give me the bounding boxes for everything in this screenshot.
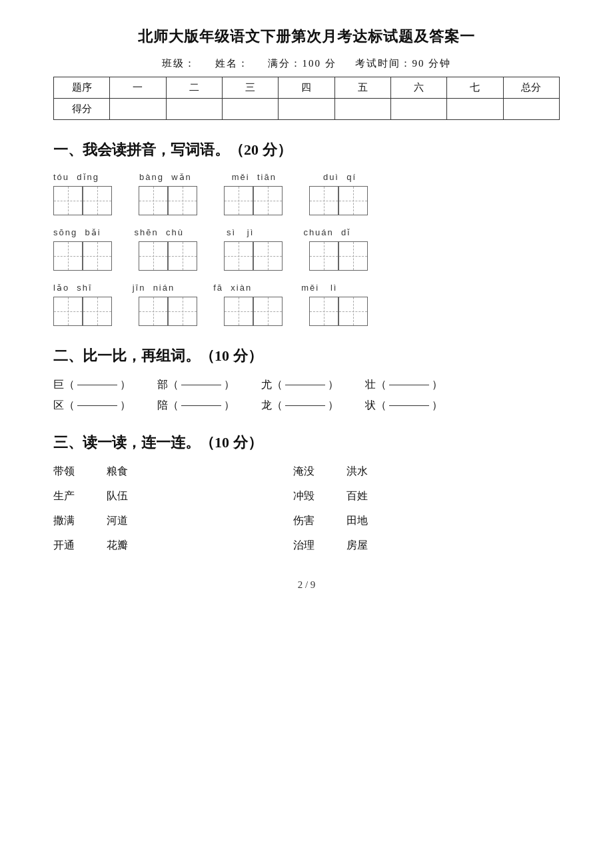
char-box [224,241,253,271]
connect-spacer-1 [160,465,293,479]
char-boxes-2a [53,241,112,271]
char-zhuang: 壮（ [365,378,386,392]
compare-item-1: 巨（） [53,378,131,392]
header-5: 五 [334,77,390,99]
connect-midr-3: 伤害 [293,514,346,528]
pinyin-label-3c: fā xiàn [213,283,252,293]
connect-midr-1: 淹没 [293,465,346,479]
compare-item-3: 尤（） [261,378,338,392]
page-title: 北师大版年级语文下册第次月考达标试题及答案一 [53,27,560,47]
char-box [83,241,112,271]
close-qu: ） [120,399,131,413]
blank-zhuang [389,385,429,385]
header-2: 二 [166,77,222,99]
score-1 [110,99,166,120]
connect-spacer-3 [160,514,293,528]
connect-midl-1: 粮食 [107,465,160,479]
connect-spacer-2 [160,489,293,503]
score-3 [222,99,278,120]
score-table: 题序 一 二 三 四 五 六 七 总分 得分 [53,77,560,120]
connect-right-2: 百姓 [346,489,400,503]
class-label: 班级： [162,58,196,69]
connect-midl-4: 花瓣 [107,539,160,553]
char-box [253,241,283,271]
char-box [139,186,168,215]
char-pei: 陪（ [157,399,179,413]
pinyin-label-2a: sōng bǎi [53,227,101,237]
compare-item-7: 龙（） [261,399,338,413]
pinyin-label-1d: duì qí [323,172,356,182]
char-box [253,297,283,326]
info-row: 班级： 姓名： 满分：100 分 考试时间：90 分钟 [53,57,560,70]
section1: 一、我会读拼音，写词语。（20 分） tóu dǐng bàng wǎn měi… [53,140,560,326]
compare-item-8: 状（） [365,399,442,413]
section1-title: 一、我会读拼音，写词语。（20 分） [53,140,560,160]
connect-midl-2: 队伍 [107,489,160,503]
char-box [53,297,83,326]
blank-bu [181,385,221,385]
score-total [503,99,559,120]
blank-you [285,385,325,385]
pinyin-label-1a: tóu dǐng [53,172,99,182]
char-box [338,241,368,271]
connect-spacer-4 [160,539,293,553]
connect-left-3: 撒满 [53,514,107,528]
close-bu: ） [224,378,235,392]
char-boxes-3d [309,297,368,326]
compare-row-2: 区（） 陪（） 龙（） 状（） [53,399,560,413]
close-zhuang2: ） [432,399,442,413]
score-2 [166,99,222,120]
pinyin-label-3d: měi lì [301,283,337,293]
char-box [53,241,83,271]
connect-right-4: 房屋 [346,539,400,553]
char-box [224,297,253,326]
char-you: 尤（ [261,378,283,392]
row2-label: 得分 [54,99,110,120]
connect-midr-4: 治理 [293,539,346,553]
box-row-3 [53,297,560,326]
char-qu: 区（ [53,399,75,413]
exam-time: 考试时间：90 分钟 [355,58,451,69]
char-box [224,186,253,215]
char-boxes-1b [139,186,197,215]
pinyin-label-2c: sì jì [227,227,254,237]
char-box [309,186,338,215]
compare-item-6: 陪（） [157,399,235,413]
connect-right-3: 田地 [346,514,400,528]
compare-item-4: 壮（） [365,378,442,392]
char-ju: 巨（ [53,378,75,392]
char-box [139,241,168,271]
connect-midr-2: 冲毁 [293,489,346,503]
pinyin-label-1c: měi tiān [232,172,277,182]
close-ju: ） [120,378,131,392]
char-box [139,297,168,326]
blank-long [285,405,325,406]
header-4: 四 [279,77,334,99]
pinyin-group-3: lǎo shī jīn nián fā xiàn měi lì [53,283,560,326]
header-6: 六 [390,77,446,99]
blank-pei [181,405,221,406]
compare-row-1: 巨（） 部（） 尤（） 壮（） [53,378,560,392]
close-zhuang: ） [432,378,442,392]
pinyin-label-row-3: lǎo shī jīn nián fā xiàn měi lì [53,283,560,293]
pinyin-group-2: sōng bǎi shēn chù sì jì chuán dǐ [53,227,560,271]
connect-midl-3: 河道 [107,514,160,528]
char-box [168,241,197,271]
connect-left-4: 开通 [53,539,107,553]
score-7 [447,99,503,120]
char-boxes-1c [224,186,283,215]
pinyin-label-row-1: tóu dǐng bàng wǎn měi tiān duì qí [53,172,560,182]
score-5 [334,99,390,120]
pinyin-label-2d: chuán dǐ [303,227,351,237]
blank-zhuang2 [389,405,429,406]
header-7: 七 [447,77,503,99]
pinyin-label-row-2: sōng bǎi shēn chù sì jì chuán dǐ [53,227,560,237]
char-boxes-2d [309,241,368,271]
section3: 三、读一读，连一连。（10 分） 带领 粮食 淹没 洪水 生产 队伍 冲毁 百姓… [53,433,560,553]
char-box [338,186,368,215]
compare-item-5: 区（） [53,399,131,413]
header-1: 一 [110,77,166,99]
blank-ju [77,385,117,385]
char-boxes-1d [309,186,368,215]
char-long: 龙（ [261,399,283,413]
